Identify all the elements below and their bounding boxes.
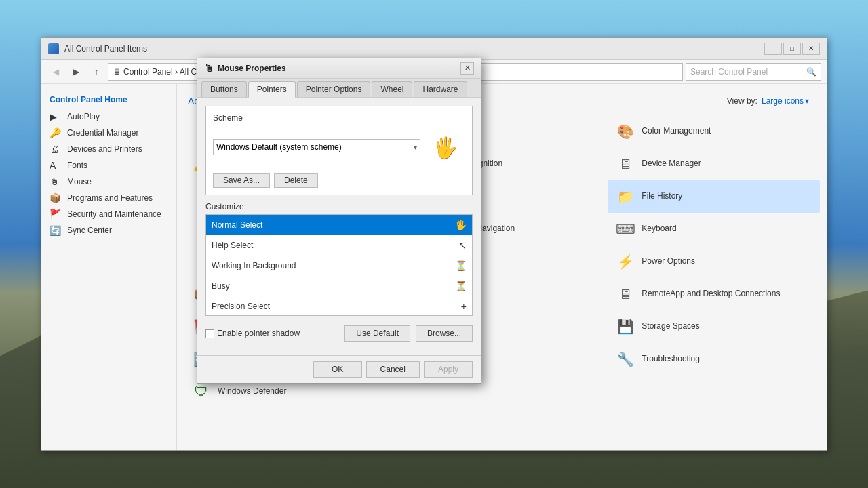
pointer-shadow-checkbox-container: Enable pointer shadow	[205, 329, 300, 338]
browse-button[interactable]: Browse...	[416, 325, 473, 342]
cursor-icon-normal: 🖐	[455, 220, 467, 230]
scheme-row: Windows Default (system scheme) ▾ 🖐	[213, 127, 465, 167]
dialog-title-icon: 🖱	[204, 63, 214, 74]
tab-pointers[interactable]: Pointers	[248, 81, 296, 98]
delete-button[interactable]: Delete	[274, 173, 318, 188]
dialog-footer: OK Cancel Apply	[197, 355, 481, 383]
save-as-button[interactable]: Save As...	[213, 173, 270, 188]
tab-pointer-options[interactable]: Pointer Options	[297, 81, 371, 97]
dialog-close-button[interactable]: ✕	[460, 62, 474, 75]
scheme-arrow-icon: ▾	[414, 144, 417, 151]
pointer-shadow-checkbox[interactable]	[205, 329, 214, 338]
dialog-body: Scheme Windows Default (system scheme) ▾…	[197, 98, 481, 355]
cursor-icon-help: ↖	[458, 240, 467, 251]
pointer-shadow-label: Enable pointer shadow	[217, 329, 300, 338]
cursor-action-buttons: Use Default Browse...	[344, 325, 473, 342]
cursor-name-normal: Normal Select	[212, 220, 447, 230]
cursor-preview-icon: 🖐	[433, 136, 458, 159]
cancel-button[interactable]: Cancel	[366, 361, 420, 378]
cursor-item-busy[interactable]: Busy ⏳	[206, 276, 472, 296]
cursor-name-working: Working In Background	[212, 261, 447, 270]
tab-buttons[interactable]: Buttons	[201, 81, 247, 97]
dialog-titlebar: 🖱 Mouse Properties ✕	[197, 58, 481, 79]
dialog-title-text: Mouse Properties	[218, 64, 286, 73]
cursor-item-precision[interactable]: Precision Select +	[206, 296, 472, 316]
dialog-tabs: Buttons Pointers Pointer Options Wheel H…	[197, 79, 481, 98]
apply-button[interactable]: Apply	[424, 361, 473, 378]
tab-wheel[interactable]: Wheel	[372, 81, 412, 97]
cursor-list[interactable]: Normal Select 🖐 Help Select ↖ Working In…	[205, 214, 473, 316]
cursor-icon-precision: +	[461, 301, 467, 312]
scheme-dropdown[interactable]: Windows Default (system scheme) ▾	[213, 139, 420, 155]
use-default-button[interactable]: Use Default	[344, 325, 410, 342]
ok-button[interactable]: OK	[313, 361, 362, 378]
cursor-icon-working: ⏳	[455, 260, 467, 271]
scheme-label: Scheme	[213, 113, 465, 123]
cursor-name-precision: Precision Select	[212, 302, 453, 311]
scheme-section: Scheme Windows Default (system scheme) ▾…	[205, 106, 473, 195]
customize-label: Customize:	[205, 202, 473, 211]
cursor-item-normal[interactable]: Normal Select 🖐	[206, 215, 472, 235]
cursor-preview: 🖐	[425, 127, 465, 167]
scheme-value: Windows Default (system scheme)	[216, 142, 342, 152]
dialog-title: 🖱 Mouse Properties	[204, 63, 286, 74]
cursor-icon-busy: ⏳	[455, 281, 467, 291]
scheme-buttons: Save As... Delete	[213, 173, 465, 188]
tab-hardware[interactable]: Hardware	[414, 81, 467, 97]
cursor-list-container: Normal Select 🖐 Help Select ↖ Working In…	[205, 214, 473, 321]
mouse-properties-dialog: 🖱 Mouse Properties ✕ Buttons Pointers Po…	[197, 58, 481, 384]
cursor-options: Enable pointer shadow Use Default Browse…	[205, 325, 473, 342]
cursor-item-working[interactable]: Working In Background ⏳	[206, 256, 472, 276]
cursor-item-help[interactable]: Help Select ↖	[206, 235, 472, 256]
dialog-overlay: 🖱 Mouse Properties ✕ Buttons Pointers Po…	[0, 0, 868, 488]
cursor-name-help: Help Select	[212, 241, 450, 250]
cursor-name-busy: Busy	[212, 281, 447, 291]
